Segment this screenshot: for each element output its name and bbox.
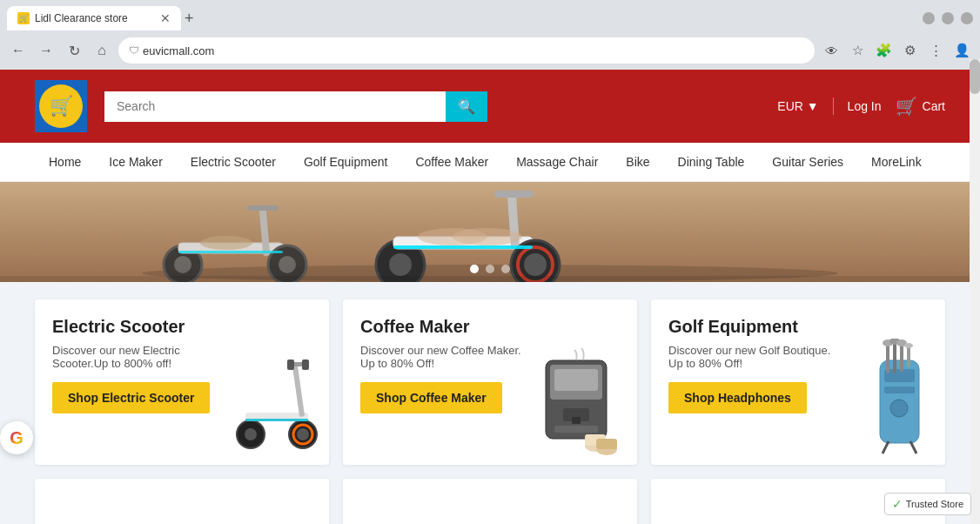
site-header: 🛒 🔍 EUR ▼ Log In 🛒 Cart xyxy=(0,70,980,143)
google-fab[interactable]: G xyxy=(0,421,33,454)
trusted-store-badge: ✓ Trusted Store xyxy=(884,493,971,515)
scrollbar-track[interactable] xyxy=(970,59,980,524)
hero-banner xyxy=(0,182,980,282)
shop-coffee-maker-button[interactable]: Shop Coffee Maker xyxy=(360,382,502,413)
window-controls xyxy=(923,12,973,24)
active-tab[interactable]: 🛒 Lidl Clearance store ✕ xyxy=(7,6,181,30)
svg-rect-46 xyxy=(884,386,915,393)
hero-dot-3[interactable] xyxy=(501,265,510,273)
svg-rect-28 xyxy=(245,419,308,421)
trusted-store-label: Trusted Store xyxy=(906,499,963,509)
browser-window: 🛒 Lidl Clearance store ✕ + ← → ↻ ⌂ 🛡 euv… xyxy=(0,0,980,524)
shop-electric-scooter-button[interactable]: Shop Electric Scooter xyxy=(52,382,210,413)
divider xyxy=(833,97,834,115)
product-card-electric-scooter: Electric Scooter Discover our new Electr… xyxy=(35,299,329,465)
search-button[interactable]: 🔍 xyxy=(446,91,487,122)
svg-rect-38 xyxy=(572,417,581,424)
svg-rect-15 xyxy=(494,191,534,198)
golf-product-image xyxy=(832,334,936,456)
nav-ice-maker[interactable]: Ice Maker xyxy=(95,143,176,181)
settings-icon[interactable]: ⚙ xyxy=(898,39,921,62)
svg-rect-22 xyxy=(0,276,980,282)
hero-dots xyxy=(470,265,510,273)
nav-home[interactable]: Home xyxy=(35,143,95,181)
product-desc: Discover our new Golf Boutique. Up to 80… xyxy=(668,344,837,370)
cart-label: Cart xyxy=(923,99,945,113)
product-card-golf-equipment: Golf Equipment Discover our new Golf Bou… xyxy=(651,299,945,465)
close-button[interactable] xyxy=(961,12,973,24)
tab-favicon: 🛒 xyxy=(17,12,30,24)
logo[interactable]: 🛒 xyxy=(35,80,87,132)
browser-actions: 👁 ☆ 🧩 ⚙ ⋮ 👤 xyxy=(820,39,973,62)
product-card-coffee-maker: Coffee Maker Discover our new Coffee Mak… xyxy=(343,299,637,465)
svg-rect-48 xyxy=(893,341,896,373)
bookmark-icon[interactable]: ☆ xyxy=(846,39,869,62)
svg-line-55 xyxy=(883,441,889,453)
svg-point-17 xyxy=(524,253,547,276)
svg-point-26 xyxy=(297,428,309,440)
security-shield-icon: 🛡 xyxy=(129,44,139,57)
shop-headphones-button[interactable]: Shop Headphones xyxy=(668,382,807,413)
logo-cart-icon: 🛒 xyxy=(50,95,73,118)
hero-dot-2[interactable] xyxy=(486,265,494,273)
product-desc: Discover our new Electric Scooter.Up to … xyxy=(52,344,221,370)
nav-bike[interactable]: Bike xyxy=(612,143,663,181)
scrollbar-thumb[interactable] xyxy=(970,59,980,94)
product-desc: Discover our new Coffee Maker. Up to 80%… xyxy=(360,344,529,370)
svg-rect-19 xyxy=(393,245,533,249)
new-tab-button[interactable]: + xyxy=(185,10,194,28)
website: 🛒 🔍 EUR ▼ Log In 🛒 Cart Home xyxy=(0,70,980,524)
address-url: euvicmall.com xyxy=(143,44,804,57)
svg-rect-33 xyxy=(302,359,309,370)
forward-button[interactable]: → xyxy=(35,39,57,62)
restore-button[interactable] xyxy=(942,12,954,24)
svg-rect-39 xyxy=(554,426,598,433)
svg-rect-50 xyxy=(907,346,910,367)
logo-circle: 🛒 xyxy=(39,84,83,128)
bottom-cards xyxy=(35,479,945,524)
search-bar: 🔍 xyxy=(104,91,487,122)
google-letter: G xyxy=(10,428,23,448)
svg-point-57 xyxy=(890,400,908,417)
back-button[interactable]: ← xyxy=(7,39,30,62)
cart-button[interactable]: 🛒 Cart xyxy=(896,96,945,117)
address-input-wrap[interactable]: 🛡 euvicmall.com xyxy=(118,37,815,64)
svg-rect-49 xyxy=(900,343,903,372)
svg-rect-36 xyxy=(554,369,598,391)
nav-dining-table[interactable]: Dining Table xyxy=(664,143,759,181)
currency-selector[interactable]: EUR ▼ xyxy=(777,99,818,113)
header-right: EUR ▼ Log In 🛒 Cart xyxy=(777,96,945,117)
minimize-button[interactable] xyxy=(923,12,935,24)
products-grid: Electric Scooter Discover our new Electr… xyxy=(35,299,945,465)
browser-address-bar: ← → ↻ ⌂ 🛡 euvicmall.com 👁 ☆ 🧩 ⚙ ⋮ 👤 xyxy=(0,31,980,70)
bottom-card-2 xyxy=(343,479,637,524)
nav-coffee-maker[interactable]: Coffee Maker xyxy=(401,143,502,181)
svg-rect-9 xyxy=(178,251,283,253)
refresh-button[interactable]: ↻ xyxy=(63,39,85,62)
nav-massage-chair[interactable]: Massage Chair xyxy=(502,143,612,181)
browser-tab-bar: 🛒 Lidl Clearance store ✕ + xyxy=(0,0,980,31)
svg-rect-6 xyxy=(248,205,279,211)
svg-point-8 xyxy=(279,256,296,273)
extensions-icon[interactable]: 🧩 xyxy=(872,39,895,62)
svg-rect-43 xyxy=(596,439,617,449)
svg-point-24 xyxy=(245,428,257,440)
nav-more-link[interactable]: MoreLink xyxy=(857,143,936,181)
login-button[interactable]: Log In xyxy=(848,99,882,113)
nav-electric-scooter[interactable]: Electric Scooter xyxy=(177,143,290,181)
menu-icon[interactable]: ⋮ xyxy=(924,39,947,62)
nav-guitar-series[interactable]: Guitar Series xyxy=(758,143,857,181)
tab-close-icon[interactable]: ✕ xyxy=(160,11,171,25)
nav-golf-equipment[interactable]: Golf Equipment xyxy=(290,143,402,181)
cart-icon: 🛒 xyxy=(896,96,917,117)
scooter-product-image xyxy=(216,334,320,456)
home-button[interactable]: ⌂ xyxy=(91,39,113,62)
svg-point-3 xyxy=(174,256,191,273)
bottom-card-1 xyxy=(35,479,329,524)
products-section: Electric Scooter Discover our new Electr… xyxy=(0,282,980,524)
search-input[interactable] xyxy=(104,91,446,122)
trusted-check-icon: ✓ xyxy=(892,497,903,511)
eye-off-icon[interactable]: 👁 xyxy=(820,39,842,62)
svg-point-12 xyxy=(389,253,412,276)
hero-dot-1[interactable] xyxy=(470,265,479,273)
